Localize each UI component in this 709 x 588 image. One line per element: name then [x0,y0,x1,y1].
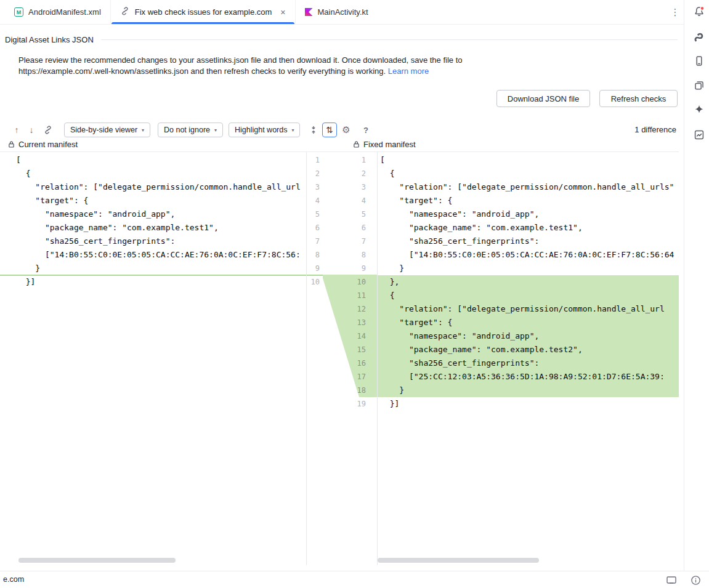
right-pane-header: Fixed manifest [353,140,416,149]
more-options-icon[interactable]: ⋮ [669,6,681,19]
line-number: 6 [306,221,320,235]
line-number: 7 [306,235,320,248]
line-number: 11 [340,289,366,302]
right-gutter: 12345678910111213141516171819 [340,153,368,565]
tab-label: AndroidManifest.xml [28,7,101,17]
code-line: "namespace": "android_app", [0,207,306,221]
line-number: 1 [306,153,320,167]
left-horizontal-scrollbar[interactable] [18,558,176,563]
right-horizontal-scrollbar[interactable] [378,558,539,563]
code-line: "sha256_cert_fingerprints": [0,235,306,248]
left-code-pane[interactable]: [ { "relation": ["delegate_permission/co… [0,153,306,565]
line-number: 8 [306,248,320,262]
info-icon[interactable] [689,574,702,586]
tool-strip-divider [684,0,684,571]
line-number: 13 [340,316,366,329]
gemini-icon[interactable] [690,100,708,119]
line-number: 3 [306,180,320,194]
highlight-mode-dropdown[interactable]: Highlight words ▾ [229,123,300,137]
code-line: "package_name": "com.example.test1", [377,221,679,235]
refresh-checks-button[interactable]: Refresh checks [599,90,678,107]
line-number: 15 [340,343,366,356]
jump-to-source-icon[interactable] [41,123,55,137]
line-number: 1 [340,153,366,167]
code-line: "target": { [0,194,306,207]
tab-label: Fix web check issues for example.com [135,7,272,17]
code-line: "package_name": "com.example.test2", [377,343,679,356]
line-number: 4 [340,194,366,207]
notice-line2: https://example.com/.well-known/assetlin… [18,66,386,76]
line-number: 9 [340,262,366,275]
right-pane-title: Fixed manifest [363,140,416,149]
line-number: 5 [340,207,366,221]
sync-scrolling-icon[interactable]: ⇅ [322,123,337,137]
code-line: }, [377,275,679,289]
code-line: "sha256_cert_fingerprints": [377,356,679,370]
code-line: "relation": ["delegate_permission/common… [377,180,679,194]
previous-difference-icon[interactable]: ↑ [9,123,24,137]
left-gutter: 12345678910 [306,153,322,565]
line-number: 5 [306,207,320,221]
line-number: 18 [340,384,366,397]
code-line: }] [377,397,679,411]
collapse-unchanged-icon[interactable] [306,123,321,137]
line-number: 7 [340,235,366,248]
code-line: { [0,167,306,180]
resource-manager-icon[interactable] [690,76,708,95]
line-number: 14 [340,329,366,343]
code-line: "relation": ["delegate_permission/common… [377,302,679,316]
code-line: } [0,262,306,275]
chevron-down-icon: ▾ [291,127,294,133]
diff-viewer: [ { "relation": ["delegate_permission/co… [0,151,679,565]
line-number: 9 [306,262,320,275]
line-number: 19 [340,397,366,411]
notice-text: Please review the recommended changes to… [18,55,554,76]
left-pane-border [306,152,307,565]
left-pane-title: Current manifest [18,140,78,149]
code-line: "target": { [377,316,679,329]
link-icon [120,6,130,18]
line-number: 8 [340,248,366,262]
line-number: 10 [306,275,320,289]
tab-label: MainActivity.kt [318,7,368,17]
code-line: { [377,289,679,302]
lock-icon [353,140,360,148]
code-line: "target": { [377,194,679,207]
chevron-down-icon: ▾ [214,127,217,133]
right-pane-border [377,152,378,565]
highlight-mode-label: Highlight words [235,126,287,134]
code-line: } [377,262,679,275]
download-json-button[interactable]: Download JSON file [496,90,590,107]
code-line: [ [377,153,679,167]
viewer-mode-dropdown[interactable]: Side-by-side viewer ▾ [64,123,150,137]
code-line: "package_name": "com.example.test1", [0,221,306,235]
tab-mainactivity[interactable]: MainActivity.kt [295,0,378,24]
app-quality-insights-icon[interactable] [690,126,708,144]
close-tab-icon[interactable]: × [280,8,285,17]
gradle-icon[interactable] [690,28,708,46]
line-number: 12 [340,302,366,316]
ignore-mode-dropdown[interactable]: Do not ignore ▾ [158,123,223,137]
tab-androidmanifest[interactable]: M AndroidManifest.xml [5,0,110,24]
diff-settings-gear-icon[interactable]: ⚙ [339,123,354,137]
status-bar: e.com [0,571,709,588]
running-devices-icon[interactable] [690,52,708,70]
code-line: }] [0,275,306,289]
difference-count: 1 difference [634,125,676,134]
tab-fix-web-check[interactable]: Fix web check issues for example.com × [110,0,295,24]
kotlin-file-icon [305,8,313,16]
right-code-pane[interactable]: [ { "relation": ["delegate_permission/co… [377,153,679,565]
line-number: 10 [340,275,366,289]
line-number: 2 [306,167,320,180]
line-number: 3 [340,180,366,194]
status-path: e.com [3,575,24,584]
manifest-file-icon: M [14,7,23,17]
line-number: 17 [340,370,366,384]
code-line: } [377,384,679,397]
screen-share-icon[interactable] [665,574,678,586]
next-difference-icon[interactable]: ↓ [24,123,39,137]
help-icon[interactable]: ? [359,123,373,137]
line-number: 6 [340,221,366,235]
notifications-icon[interactable] [690,2,708,21]
learn-more-link[interactable]: Learn more [388,66,429,76]
